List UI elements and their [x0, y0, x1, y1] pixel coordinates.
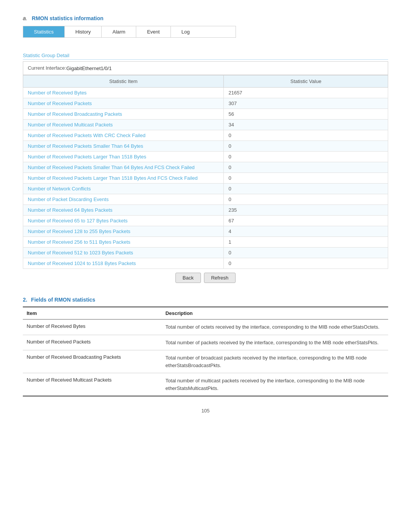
stats-table-row: Number of Network Conflicts0	[23, 184, 388, 194]
stats-item: Number of Received 65 to 127 Bytes Packe…	[23, 216, 224, 226]
stats-value: 34	[224, 120, 388, 130]
stats-table-row: Number of Received Bytes21657	[23, 88, 388, 98]
stats-table-row: Number of Received Packets Larger Than 1…	[23, 173, 388, 184]
stats-value: 1	[224, 237, 388, 248]
stats-item: Number of Received 64 Bytes Packets	[23, 205, 224, 216]
fields-table-row: Number of Received Broadcasting PacketsT…	[23, 350, 388, 373]
stats-table-row: Number of Received Packets Smaller Than …	[23, 141, 388, 152]
stats-value: 0	[224, 173, 388, 184]
stats-item: Number of Received 512 to 1023 Bytes Pac…	[23, 248, 224, 258]
fields-table: Item Description Number of Received Byte…	[23, 307, 388, 396]
stats-item: Number of Received Multicast Packets	[23, 120, 224, 130]
stats-value: 235	[224, 205, 388, 216]
tab-log[interactable]: Log	[171, 26, 201, 37]
stats-table-row: Number of Received Packets Larger Than 1…	[23, 152, 388, 162]
stats-table-row: Number of Received 1024 to 1518 Bytes Pa…	[23, 258, 388, 269]
stats-value: 307	[224, 98, 388, 109]
stats-value: 0	[224, 152, 388, 162]
fields-col-item: Item	[23, 307, 162, 320]
stats-table-row: Number of Received 512 to 1023 Bytes Pac…	[23, 248, 388, 258]
fields-item: Number of Received Packets	[23, 335, 162, 350]
stats-table-row: Number of Received 65 to 127 Bytes Packe…	[23, 216, 388, 226]
fields-table-row: Number of Received PacketsTotal number o…	[23, 335, 388, 350]
statistics-table: Statistic Item Statistic Value Number of…	[23, 75, 388, 269]
fields-description: Total number of multicast packets receiv…	[162, 373, 388, 396]
section-a-title: RMON statistics information	[32, 15, 104, 21]
fields-col-desc: Description	[162, 307, 388, 320]
col-header-value: Statistic Value	[224, 75, 388, 88]
stats-item: Number of Received Packets Smaller Than …	[23, 162, 224, 173]
stats-item: Number of Received Packets	[23, 98, 224, 109]
back-button[interactable]: Back	[175, 273, 201, 283]
stats-value: 67	[224, 216, 388, 226]
button-row: Back Refresh	[23, 273, 388, 283]
stats-table-row: Number of Received Packets Smaller Than …	[23, 162, 388, 173]
stats-value: 4	[224, 226, 388, 237]
fields-description: Total number of packets received by the …	[162, 335, 388, 350]
stats-value: 21657	[224, 88, 388, 98]
tab-history[interactable]: History	[65, 26, 102, 37]
stats-value: 0	[224, 258, 388, 269]
stats-value: 0	[224, 194, 388, 205]
stats-table-row: Number of Received Broadcasting Packets5…	[23, 109, 388, 120]
stats-item: Number of Received Packets With CRC Chec…	[23, 130, 224, 141]
stats-value: 0	[224, 184, 388, 194]
stats-value: 0	[224, 162, 388, 173]
stats-table-row: Number of Received 128 to 255 Bytes Pack…	[23, 226, 388, 237]
fields-item: Number of Received Bytes	[23, 320, 162, 335]
group-detail-label: Statistic Group Detail	[23, 53, 388, 60]
stats-table-row: Number of Received 64 Bytes Packets235	[23, 205, 388, 216]
tab-alarm[interactable]: Alarm	[102, 26, 136, 37]
stats-item: Number of Received Packets Larger Than 1…	[23, 152, 224, 162]
interface-value: GigabitEthernet1/0/1	[66, 66, 112, 71]
stats-table-row: Number of Received Multicast Packets34	[23, 120, 388, 130]
fields-item: Number of Received Multicast Packets	[23, 373, 162, 396]
section-a-letter: a.	[23, 15, 27, 21]
stats-item: Number of Received Broadcasting Packets	[23, 109, 224, 120]
stats-item: Number of Network Conflicts	[23, 184, 224, 194]
interface-label: Current Interface:	[28, 65, 66, 72]
fields-description: Total number of octets received by the i…	[162, 320, 388, 335]
stats-value: 0	[224, 141, 388, 152]
stats-table-row: Number of Received Packets With CRC Chec…	[23, 130, 388, 141]
tab-event[interactable]: Event	[136, 26, 170, 37]
stats-item: Number of Packet Discarding Events	[23, 194, 224, 205]
stats-table-row: Number of Packet Discarding Events0	[23, 194, 388, 205]
section2-number: 2.	[23, 297, 27, 303]
stats-item: Number of Received Packets Larger Than 1…	[23, 173, 224, 184]
fields-table-row: Number of Received BytesTotal number of …	[23, 320, 388, 335]
stats-table-row: Number of Received Packets307	[23, 98, 388, 109]
section-a-heading: a. RMON statistics information	[23, 15, 388, 21]
section2-heading: 2. Fields of RMON statistics	[23, 297, 388, 303]
stats-item: Number of Received 128 to 255 Bytes Pack…	[23, 226, 224, 237]
col-header-item: Statistic Item	[23, 75, 224, 88]
stats-item: Number of Received Bytes	[23, 88, 224, 98]
tab-statistics[interactable]: Statistics	[23, 26, 65, 37]
stats-value: 56	[224, 109, 388, 120]
stats-value: 0	[224, 130, 388, 141]
tabs-bar: StatisticsHistoryAlarmEventLog	[23, 26, 236, 38]
stats-item: Number of Received 1024 to 1518 Bytes Pa…	[23, 258, 224, 269]
fields-item: Number of Received Broadcasting Packets	[23, 350, 162, 373]
refresh-button[interactable]: Refresh	[204, 273, 236, 283]
stats-item: Number of Received 256 to 511 Bytes Pack…	[23, 237, 224, 248]
stats-item: Number of Received Packets Smaller Than …	[23, 141, 224, 152]
section2-title: Fields of RMON statistics	[31, 297, 96, 303]
fields-description: Total number of broadcast packets receiv…	[162, 350, 388, 373]
fields-table-row: Number of Received Multicast PacketsTota…	[23, 373, 388, 396]
page-number: 105	[23, 408, 388, 414]
stats-value: 0	[224, 248, 388, 258]
stats-table-row: Number of Received 256 to 511 Bytes Pack…	[23, 237, 388, 248]
